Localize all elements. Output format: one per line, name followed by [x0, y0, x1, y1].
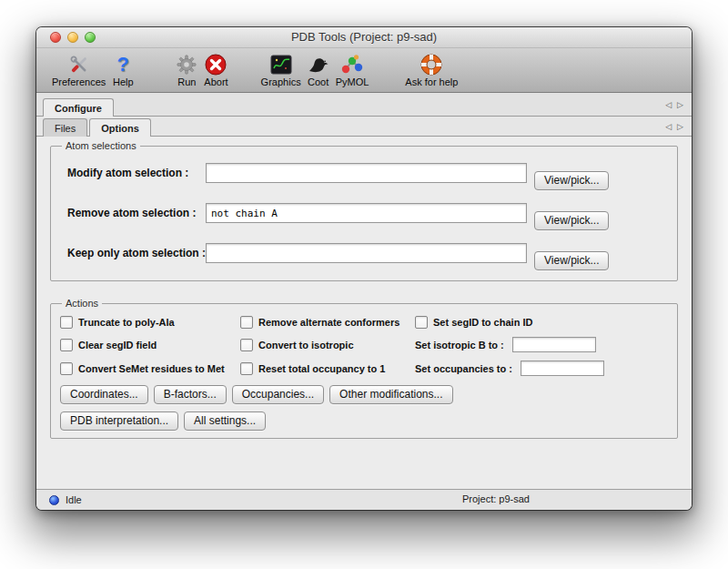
remove-alternate-conformers-label: Remove alternate conformers: [258, 317, 399, 328]
toolbar-button-help[interactable]: ? Help: [108, 52, 137, 88]
toolbar-label-pymol: PyMOL: [336, 76, 369, 87]
toolbar-label-graphics: Graphics: [261, 76, 301, 87]
set-isotropic-b-field: Set isotropic B to :: [415, 337, 668, 352]
actions-check-grid: Truncate to poly-Ala Remove alternate co…: [60, 310, 668, 376]
actions-buttons-row-1: Coordinates... B-factors... Occupancies.…: [60, 385, 668, 404]
tab-options-label: Options: [101, 123, 139, 134]
lifebuoy-icon: [420, 53, 443, 76]
keep-only-atom-selection-row: Keep only atom selection : View/pick...: [60, 233, 668, 273]
check-truncate-poly-ala: Truncate to poly-Ala: [60, 316, 240, 329]
check-convert-semet-to-met: Convert SeMet residues to Met: [60, 362, 240, 375]
coordinates-button[interactable]: Coordinates...: [60, 385, 148, 404]
toolbar-label-help: Help: [113, 76, 134, 87]
pdb-tools-window: PDB Tools (Project: p9-sad): [36, 27, 692, 510]
toolbar: Preferences ? Help: [36, 48, 692, 93]
project-label: Project: p9-sad: [462, 493, 530, 504]
truncate-poly-ala-checkbox[interactable]: [60, 316, 73, 329]
tab-configure-label: Configure: [55, 103, 102, 114]
options-pane: Atom selections Modify atom selection : …: [36, 137, 692, 489]
remove-atom-selection-label: Remove atom selection :: [60, 207, 206, 219]
statusbar: Idle Project: p9-sad: [36, 489, 692, 510]
titlebar[interactable]: PDB Tools (Project: p9-sad): [36, 27, 692, 48]
pymol-molecule-icon: [340, 53, 364, 76]
tab-files-label: Files: [55, 123, 76, 134]
set-isotropic-b-label: Set isotropic B to :: [415, 340, 504, 351]
toolbar-button-graphics[interactable]: Graphics: [258, 52, 304, 88]
all-settings-button[interactable]: All settings...: [184, 412, 266, 431]
actions-group-title: Actions: [62, 298, 102, 309]
preferences-tools-icon: [67, 53, 91, 76]
tab-scroll-right-icon[interactable]: ▷: [677, 122, 683, 131]
set-occupancies-label: Set occupancies to :: [415, 363, 512, 374]
coot-bird-icon: [307, 53, 330, 76]
window-title: PDB Tools (Project: p9-sad): [36, 30, 692, 44]
convert-to-isotropic-checkbox[interactable]: [240, 339, 253, 351]
tab-scroll-arrows: ◁ ▷: [665, 100, 692, 109]
desktop: PDB Tools (Project: p9-sad): [0, 0, 728, 569]
reset-total-occupancy-checkbox[interactable]: [240, 362, 253, 375]
set-isotropic-b-input[interactable]: [512, 337, 596, 352]
toolbar-button-preferences[interactable]: Preferences: [49, 52, 108, 88]
tab-scroll-left-icon[interactable]: ◁: [665, 100, 672, 109]
run-gear-icon: [175, 53, 198, 76]
toolbar-button-pymol[interactable]: PyMOL: [333, 52, 372, 88]
check-reset-total-occupancy: Reset total occupancy to 1: [240, 362, 415, 375]
set-segid-to-chain-id-label: Set segID to chain ID: [433, 317, 532, 328]
truncate-poly-ala-label: Truncate to poly-Ala: [78, 317, 175, 328]
toolbar-button-ask-for-help[interactable]: Ask for help: [402, 52, 460, 88]
b-factors-button[interactable]: B-factors...: [154, 385, 227, 404]
atom-selections-group: Atom selections Modify atom selection : …: [50, 140, 678, 281]
actions-buttons-row-2: PDB interpretation... All settings...: [60, 412, 668, 431]
tab-scroll-left-icon[interactable]: ◁: [665, 122, 672, 131]
set-segid-to-chain-id-checkbox[interactable]: [415, 316, 428, 329]
atom-selections-group-title: Atom selections: [62, 140, 140, 151]
configure-tabstrip: Configure ◁ ▷: [36, 93, 692, 117]
status-indicator-icon: [49, 495, 59, 505]
toolbar-button-abort[interactable]: Abort: [201, 52, 230, 88]
modify-view-pick-button[interactable]: View/pick...: [534, 171, 609, 190]
check-clear-segid-field: Clear segID field: [60, 339, 240, 351]
set-occupancies-field: Set occupancies to :: [415, 361, 668, 376]
occupancies-button[interactable]: Occupancies...: [232, 385, 324, 404]
status-text: Idle: [66, 494, 82, 505]
tab-configure[interactable]: Configure: [43, 98, 114, 117]
convert-to-isotropic-label: Convert to isotropic: [258, 340, 354, 351]
convert-semet-to-met-label: Convert SeMet residues to Met: [78, 363, 225, 374]
toolbar-label-run: Run: [177, 76, 196, 87]
convert-semet-to-met-checkbox[interactable]: [60, 362, 73, 375]
clear-segid-field-checkbox[interactable]: [60, 339, 73, 351]
reset-total-occupancy-label: Reset total occupancy to 1: [258, 363, 385, 374]
pdb-interpretation-button[interactable]: PDB interpretation...: [60, 412, 178, 431]
keep-only-view-pick-button[interactable]: View/pick...: [534, 251, 609, 270]
toolbar-button-coot[interactable]: Coot: [304, 52, 333, 88]
check-convert-to-isotropic: Convert to isotropic: [240, 339, 415, 351]
modify-atom-selection-label: Modify atom selection :: [60, 167, 206, 179]
abort-icon: [204, 53, 228, 76]
help-question-icon: ?: [111, 53, 135, 76]
toolbar-label-preferences: Preferences: [52, 76, 106, 87]
toolbar-label-ask-for-help: Ask for help: [405, 76, 458, 87]
check-set-segid-to-chain-id: Set segID to chain ID: [415, 316, 668, 329]
modify-atom-selection-input[interactable]: [206, 163, 527, 183]
keep-only-atom-selection-label: Keep only atom selection :: [60, 247, 206, 259]
set-occupancies-input[interactable]: [521, 361, 604, 376]
toolbar-button-run[interactable]: Run: [172, 52, 201, 88]
tab-scroll-arrows: ◁ ▷: [665, 122, 692, 131]
files-options-tabstrip: Files Options ◁ ▷: [36, 117, 692, 137]
other-modifications-button[interactable]: Other modifications...: [329, 385, 452, 404]
toolbar-label-abort: Abort: [204, 76, 228, 87]
modify-atom-selection-row: Modify atom selection : View/pick...: [60, 153, 668, 193]
keep-only-atom-selection-input[interactable]: [206, 243, 527, 263]
remove-alternate-conformers-checkbox[interactable]: [240, 316, 253, 329]
actions-group: Actions Truncate to poly-Ala Remove alte…: [50, 298, 678, 439]
tab-options[interactable]: Options: [89, 118, 151, 137]
check-remove-alternate-conformers: Remove alternate conformers: [240, 316, 415, 329]
remove-atom-selection-row: Remove atom selection : View/pick...: [60, 193, 668, 233]
remove-atom-selection-input[interactable]: [206, 203, 527, 223]
remove-view-pick-button[interactable]: View/pick...: [534, 211, 609, 230]
toolbar-label-coot: Coot: [308, 76, 329, 87]
tab-files[interactable]: Files: [43, 118, 87, 137]
graphics-icon: [269, 53, 293, 76]
tab-scroll-right-icon[interactable]: ▷: [677, 100, 683, 109]
clear-segid-field-label: Clear segID field: [78, 340, 157, 351]
